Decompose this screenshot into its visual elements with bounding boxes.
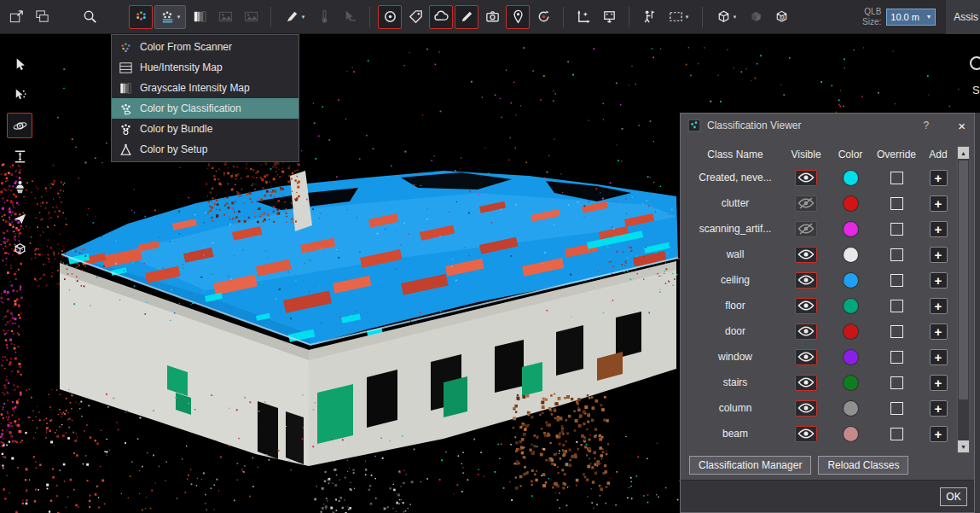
level-view-button[interactable] (7, 143, 32, 169)
class-color-swatch[interactable] (844, 324, 858, 339)
visibility-toggle-eye-off-icon[interactable] (795, 221, 817, 237)
marker-button[interactable]: ▼ (279, 5, 310, 29)
override-checkbox[interactable] (890, 274, 903, 287)
chevron-down-icon[interactable]: ▼ (301, 15, 306, 20)
zoom-button[interactable] (78, 5, 101, 29)
override-checkbox[interactable] (890, 197, 903, 210)
visibility-toggle-eye-off-icon[interactable] (795, 195, 817, 212)
scroll-down-button[interactable]: ▼ (958, 440, 969, 452)
station-button[interactable] (597, 5, 621, 29)
classification-manager-button[interactable]: Classification Manager (689, 456, 811, 475)
pick-cursor-button[interactable] (338, 5, 362, 29)
class-color-swatch[interactable] (844, 273, 858, 288)
class-color-swatch[interactable] (844, 350, 858, 364)
chevron-down-icon[interactable]: ▼ (733, 15, 738, 20)
surveyor-button[interactable] (637, 5, 661, 29)
add-class-button[interactable]: + (930, 272, 948, 289)
override-checkbox[interactable] (890, 402, 903, 415)
section-box-button[interactable] (7, 236, 32, 261)
menu-item-hue-intensity-map[interactable]: Hue/Intensity Map (112, 57, 299, 78)
open-project-button[interactable] (4, 5, 28, 29)
override-checkbox[interactable] (890, 325, 903, 338)
qlb-size-combo[interactable]: 10.0 m ▼ (886, 9, 936, 26)
add-class-button[interactable]: + (930, 324, 948, 340)
close-button[interactable]: × (958, 120, 966, 132)
add-class-button[interactable]: + (930, 195, 948, 212)
add-class-button[interactable]: + (930, 247, 948, 263)
add-class-button[interactable]: + (930, 170, 948, 186)
camera-button[interactable] (480, 5, 504, 29)
visibility-toggle-eye-icon[interactable] (795, 375, 817, 391)
menu-item-color-from-scanner[interactable]: Color From Scanner (112, 37, 299, 57)
cube-solid-button[interactable] (744, 5, 768, 29)
add-class-button[interactable]: + (930, 298, 948, 314)
class-color-swatch[interactable] (844, 248, 858, 262)
axes-button[interactable] (571, 5, 595, 29)
target-button[interactable] (378, 5, 402, 29)
override-checkbox[interactable] (890, 351, 903, 364)
help-button[interactable]: ? (924, 120, 930, 131)
color-from-scanner-button[interactable] (129, 5, 153, 29)
add-class-button[interactable]: + (930, 400, 948, 417)
fly-view-button[interactable] (7, 205, 32, 230)
tag-button[interactable] (403, 5, 427, 29)
override-checkbox[interactable] (890, 172, 903, 184)
orbit-swirl-button[interactable] (531, 5, 555, 29)
grayscale-map-button[interactable] (188, 5, 212, 29)
walk-view-button[interactable] (7, 174, 32, 200)
overlap-windows-button[interactable] (30, 5, 54, 29)
override-checkbox[interactable] (890, 300, 903, 312)
panel-titlebar[interactable]: Classification Viewer ? × (681, 114, 974, 137)
add-class-button[interactable]: + (930, 375, 948, 391)
visibility-toggle-eye-icon[interactable] (795, 170, 817, 186)
class-color-swatch[interactable] (844, 299, 858, 313)
visibility-toggle-eye-icon[interactable] (795, 298, 817, 314)
color-mode-button[interactable]: ▼ (154, 5, 186, 29)
add-class-button[interactable]: + (930, 349, 948, 365)
select-arrow-button[interactable] (7, 51, 32, 77)
select-points-button[interactable] (7, 82, 32, 108)
image-button[interactable] (213, 5, 237, 29)
cube-wire-button[interactable]: ▼ (710, 5, 742, 29)
location-pin-button[interactable] (506, 5, 530, 29)
menu-item-color-by-bundle[interactable]: Color by Bundle (112, 119, 299, 139)
assistant-edge-icon[interactable] (970, 56, 980, 70)
dashed-selection-button[interactable]: ▼ (663, 5, 694, 29)
override-checkbox[interactable] (890, 223, 903, 236)
class-color-swatch[interactable] (844, 427, 858, 441)
thermometer-button[interactable] (312, 5, 336, 29)
chevron-down-icon[interactable]: ▼ (177, 15, 182, 20)
scroll-thumb[interactable] (959, 160, 968, 399)
ok-button[interactable]: OK (940, 487, 967, 506)
reload-classes-button[interactable]: Reload Classes (818, 456, 908, 475)
menu-item-grayscale-intensity-map[interactable]: Grayscale Intensity Map (112, 78, 299, 98)
class-color-swatch[interactable] (844, 376, 858, 390)
scroll-up-button[interactable]: ▲ (958, 147, 969, 159)
pen-button[interactable] (455, 5, 478, 29)
visibility-toggle-eye-icon[interactable] (795, 400, 817, 417)
class-color-swatch[interactable] (844, 222, 858, 236)
visibility-toggle-eye-icon[interactable] (795, 426, 817, 442)
cube-m-button[interactable]: M (769, 5, 793, 29)
visibility-toggle-eye-icon[interactable] (795, 324, 817, 340)
cell-color (829, 350, 872, 364)
override-checkbox[interactable] (890, 248, 903, 261)
override-checkbox[interactable] (890, 428, 903, 440)
add-class-button[interactable]: + (930, 221, 948, 237)
image-button[interactable] (239, 5, 263, 29)
class-color-swatch[interactable] (844, 401, 858, 416)
visibility-toggle-eye-icon[interactable] (795, 272, 817, 289)
assistant-panel-tab[interactable]: Assis (946, 0, 980, 34)
orbit-button[interactable] (7, 113, 32, 138)
add-class-button[interactable]: + (930, 426, 948, 442)
visibility-toggle-eye-icon[interactable] (795, 247, 817, 263)
chevron-down-icon[interactable]: ▼ (685, 15, 690, 20)
class-color-swatch[interactable] (844, 171, 858, 185)
menu-item-color-by-setup[interactable]: Color by Setup (112, 139, 299, 160)
scrollbar[interactable]: ▲ ▼ (957, 146, 970, 453)
menu-item-color-by-classification[interactable]: Color by Classification (112, 98, 299, 119)
override-checkbox[interactable] (890, 376, 903, 389)
visibility-toggle-eye-icon[interactable] (795, 349, 817, 365)
point-cloud-button[interactable] (429, 5, 453, 29)
class-color-swatch[interactable] (844, 196, 858, 211)
